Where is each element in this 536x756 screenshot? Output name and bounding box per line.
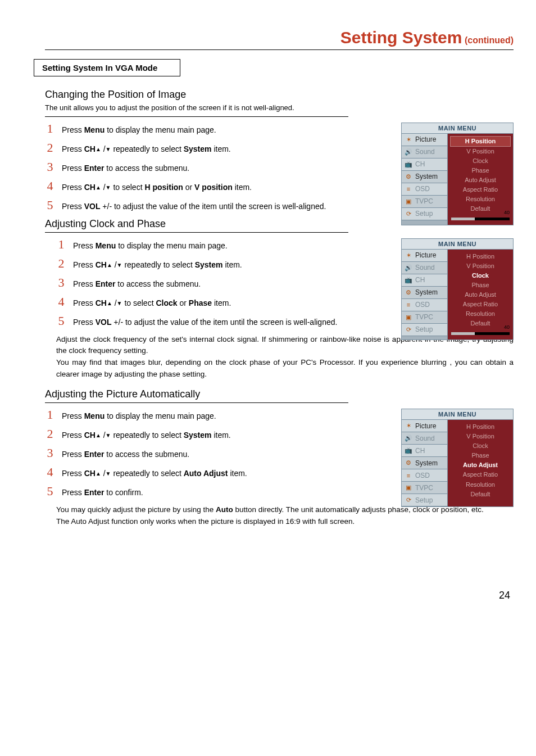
osd-right-item: Aspect Ratio [448, 470, 513, 479]
page-title: Setting System (continued) [45, 28, 514, 50]
title-main: Setting System [340, 28, 462, 47]
osd-left-item: 🔊Sound [402, 432, 447, 445]
chevron-up-icon: ▲ [96, 431, 101, 440]
menu-icon: ✶ [404, 135, 413, 143]
osd-left-label: System [415, 173, 438, 180]
chevron-up-icon: ▲ [96, 145, 101, 153]
osd-left-label: TVPC [415, 197, 433, 205]
menu-icon: 📺 [404, 276, 413, 284]
osd-left-item: ⚙System [402, 287, 447, 299]
osd-right-item: Aspect Ratio [448, 185, 513, 194]
chevron-down-icon: ▼ [117, 261, 122, 269]
osd-right-item: V Position [448, 147, 513, 156]
osd-left-item: ≡OSD [402, 183, 447, 196]
osd-header: MAIN MENU [402, 123, 513, 134]
menu-icon: ≡ [404, 301, 413, 309]
osd-right-item: Auto Adjust [448, 175, 513, 185]
chevron-down-icon: ▼ [106, 145, 111, 153]
osd-left-label: Setup [415, 210, 433, 218]
osd-left-item: ✶Picture [402, 250, 447, 262]
osd-right-item: V Position [448, 261, 513, 271]
osd-left-label: TVPC [415, 484, 433, 492]
osd-left-label: Sound [415, 264, 435, 271]
osd-right-item: Phase [448, 166, 513, 175]
osd-right-item: V Position [448, 432, 513, 441]
osd-left-item: ⚙System [402, 171, 447, 183]
menu-icon: 📺 [404, 447, 413, 455]
osd-right-item: Auto Adjust [448, 460, 513, 470]
menu-icon: ▣ [404, 197, 413, 205]
menu-icon: 🔊 [404, 148, 413, 156]
osd-right-item: Resolution [448, 194, 513, 204]
chevron-down-icon: ▼ [106, 431, 111, 440]
osd-left-item: ⟳Setup [402, 494, 447, 506]
osd-right-item: H Position [448, 252, 513, 261]
title-sub: (continued) [465, 35, 514, 45]
osd-left-label: Setup [415, 325, 433, 333]
osd-left-label: OSD [415, 301, 430, 309]
osd-right-item: Clock [448, 156, 513, 166]
osd-left-item: ✶Picture [402, 420, 447, 432]
osd-left-label: Picture [415, 422, 436, 430]
section2-heading: Adjusting Clock and Phase [45, 218, 514, 230]
osd-left-label: TVPC [415, 313, 433, 321]
osd-left-label: Setup [415, 496, 433, 504]
osd-right-item: Clock [448, 441, 513, 451]
osd-left-item: ⟳Setup [402, 324, 447, 336]
osd-right-item: Default [448, 319, 513, 328]
osd-left-item: ⚙System [402, 457, 447, 469]
section1-heading: Changing the Position of Image [45, 89, 514, 101]
menu-icon: ≡ [404, 472, 413, 479]
menu-icon: ▣ [404, 484, 413, 492]
osd-right-item: Default [448, 490, 513, 499]
osd-left-item: 🔊Sound [402, 146, 447, 159]
divider [45, 402, 348, 403]
osd-left-item: ▣TVPC [402, 196, 447, 208]
osd-left-label: CH [415, 276, 425, 284]
menu-icon: ⟳ [404, 496, 413, 504]
osd-slider-value: 40 [504, 324, 510, 330]
osd-left-label: Picture [415, 251, 436, 259]
chevron-down-icon: ▼ [117, 299, 122, 307]
menu-icon: ✶ [404, 251, 413, 259]
section2-note: Adjust the clock frequency of the set's … [56, 334, 514, 381]
chevron-up-icon: ▲ [107, 261, 112, 269]
osd-right-item: Auto Adjust [448, 290, 513, 300]
divider [45, 232, 348, 233]
osd-left-item: ≡OSD [402, 299, 447, 311]
chevron-up-icon: ▲ [96, 469, 101, 478]
osd-right-item: Phase [448, 280, 513, 290]
section3-heading: Adjusting the Picture Automatically [45, 388, 514, 400]
osd-left-label: OSD [415, 472, 430, 479]
osd-figure-2: MAIN MENU✶Picture🔊Sound📺CH⚙System≡OSD▣TV… [401, 238, 514, 340]
osd-right-item: Clock [448, 271, 513, 280]
menu-icon: ▣ [404, 313, 413, 321]
menu-icon: 🔊 [404, 434, 413, 442]
menu-icon: ⟳ [404, 210, 413, 218]
section1-intro: The unit allows you to adjust the positi… [45, 103, 514, 113]
osd-left-item: 📺CH [402, 159, 447, 171]
menu-icon: ≡ [404, 185, 413, 193]
menu-icon: ⟳ [404, 325, 413, 333]
chevron-down-icon: ▼ [106, 469, 111, 478]
osd-left-item: ▣TVPC [402, 311, 447, 324]
osd-slider: 40 [451, 331, 510, 336]
page-number: 24 [45, 590, 514, 601]
osd-left-item: 📺CH [402, 445, 447, 457]
osd-right-item: Aspect Ratio [448, 300, 513, 309]
osd-header: MAIN MENU [402, 409, 513, 420]
box-heading: Setting System In VGA Mode [34, 59, 180, 76]
menu-icon: ⚙ [404, 459, 413, 467]
osd-left-item: ▣TVPC [402, 482, 447, 494]
menu-icon: ⚙ [404, 173, 413, 180]
section3-note: You may quickly adjust the picture by us… [56, 504, 514, 528]
osd-right-item: H Position [448, 422, 513, 432]
osd-right-item: H Position [450, 136, 511, 147]
osd-figure-3: MAIN MENU✶Picture🔊Sound📺CH⚙System≡OSD▣TV… [401, 409, 514, 507]
osd-left-label: Sound [415, 434, 435, 442]
osd-left-label: CH [415, 160, 425, 168]
osd-left-label: System [415, 459, 438, 467]
osd-left-item: ≡OSD [402, 469, 447, 482]
osd-right-item: Resolution [448, 309, 513, 319]
osd-header: MAIN MENU [402, 239, 513, 250]
